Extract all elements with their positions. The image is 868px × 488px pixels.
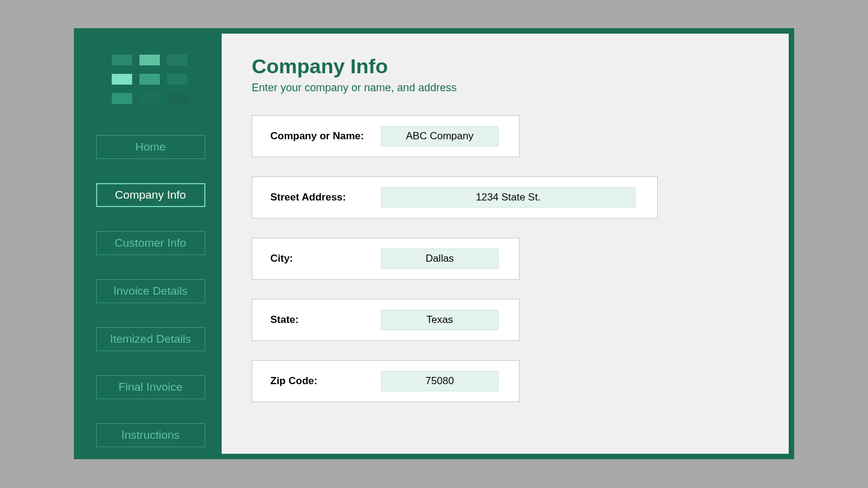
state-label: State:: [270, 314, 372, 326]
page-title: Company Info: [252, 55, 759, 78]
nav-label: Itemized Details: [110, 333, 191, 346]
nav-instructions[interactable]: Instructions: [96, 423, 205, 447]
field-row-city: City: Dallas: [252, 238, 520, 280]
field-row-state: State: Texas: [252, 299, 520, 341]
nav-label: Home: [135, 140, 166, 154]
nav-label: Customer Info: [115, 236, 186, 250]
nav-itemized-details[interactable]: Itemized Details: [96, 327, 205, 351]
page-subtitle: Enter your company or name, and address: [252, 82, 759, 94]
company-input[interactable]: ABC Company: [381, 126, 499, 146]
nav-invoice-details[interactable]: Invoice Details: [96, 279, 205, 303]
nav-company-info[interactable]: Company Info: [96, 183, 205, 207]
logo-icon: [112, 55, 190, 105]
main-panel: Company Info Enter your company or name,…: [222, 34, 789, 454]
sidebar: Home Company Info Customer Info Invoice …: [79, 34, 222, 454]
company-label: Company or Name:: [270, 130, 372, 142]
nav-customer-info[interactable]: Customer Info: [96, 231, 205, 255]
street-label: Street Address:: [270, 191, 372, 203]
nav-label: Instructions: [121, 429, 180, 442]
zip-input[interactable]: 75080: [381, 371, 499, 391]
field-row-street: Street Address: 1234 State St.: [252, 176, 658, 218]
city-input[interactable]: Dallas: [381, 249, 499, 269]
nav-label: Invoice Details: [114, 285, 188, 298]
nav-label: Final Invoice: [118, 381, 183, 394]
app-frame: Home Company Info Customer Info Invoice …: [74, 28, 794, 459]
app-inner: Home Company Info Customer Info Invoice …: [79, 34, 789, 454]
field-row-zip: Zip Code: 75080: [252, 360, 520, 402]
nav-final-invoice[interactable]: Final Invoice: [96, 375, 205, 399]
state-input[interactable]: Texas: [381, 310, 499, 330]
street-input[interactable]: 1234 State St.: [381, 187, 636, 208]
field-row-company: Company or Name: ABC Company: [252, 115, 520, 157]
nav-label: Company Info: [115, 188, 186, 202]
zip-label: Zip Code:: [270, 375, 372, 387]
nav: Home Company Info Customer Info Invoice …: [96, 135, 205, 447]
city-label: City:: [270, 253, 372, 265]
nav-home[interactable]: Home: [96, 135, 205, 159]
